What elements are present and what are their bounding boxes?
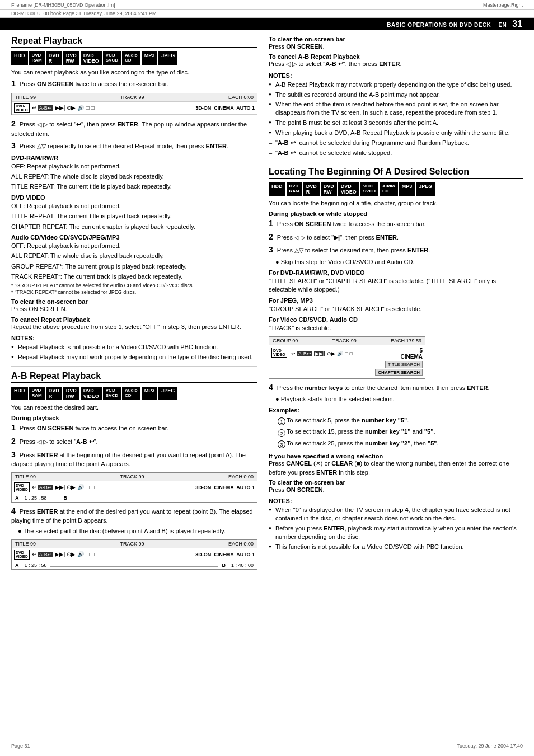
osd-icon-ab2-box2: □	[91, 551, 94, 557]
example-3-text: To select track 25, press the number key…	[287, 439, 439, 448]
locate-intro: You can locate the beginning of a title,…	[269, 199, 523, 208]
osd-icon-loc-ab: A-B↩	[297, 351, 312, 356]
osd-dvd-locate: DVD-VIDEO	[271, 348, 287, 358]
ab-step-num-4: 4	[11, 506, 16, 515]
example-3: 3 To select track 25, press the number k…	[278, 439, 523, 449]
locate-step-num-3: 3	[269, 245, 273, 254]
osd-locate-each: EACH 179:59	[391, 338, 421, 344]
repeat-step1: 1 Press ON SCREEN twice to access the on…	[11, 78, 257, 90]
osd-ab-track: TRACK 99	[120, 474, 144, 480]
page-footer: Page 31 Tuesday, 29 June 2004 17:40	[0, 741, 534, 750]
osd-locate-mid: DVD-VIDEO ↩ A-B↩ ▶▶| ⊙▶ 🔊 □ □	[269, 345, 425, 378]
ab-step3: 3 Press ENTER at the beginning of the de…	[11, 449, 257, 469]
clear-ab-text: Press ON SCREEN.	[269, 43, 325, 50]
osd-dvd-label-1: DVD-VIDEO	[14, 103, 30, 113]
cancel-repeat-label: To cancel Repeat Playback	[11, 316, 90, 323]
locate-step-text-1: Press ON SCREEN twice to access the on-s…	[277, 220, 426, 227]
circle-3: 3	[278, 440, 285, 448]
osd-track: TRACK 99	[120, 95, 144, 100]
notes-heading-repeat: NOTES:	[11, 335, 257, 341]
step-text-3: Press △▽ repeatedly to select the desire…	[20, 143, 228, 149]
dvd-video-off: OFF: Repeat playback is not performed.	[11, 202, 257, 210]
audio-cd-label: Audio CD/Video CD/SVCD/JPEG/MP3	[11, 234, 257, 241]
badge-dvdvideo-ab: DVDVIDEO	[81, 387, 102, 400]
dvd-video-title: TITLE REPEAT: The current title is playe…	[11, 212, 257, 220]
footer-right: Tuesday, 29 June 2004 17:40	[457, 743, 523, 749]
osd-icon-box2: □	[91, 105, 94, 111]
locate-step-text-3: Press △▽ to select the desired item, the…	[277, 247, 430, 253]
osd-icons-ab: ↩ A-B↩ ▶▶| ⊙▶ 🔊 □ □	[32, 484, 194, 490]
note-ab-4: The point B must be set at least 3 secon…	[269, 119, 523, 127]
repeat-step3: 3 Press △▽ repeatedly to select the desi…	[11, 140, 257, 152]
ab-step-num-2: 2	[11, 436, 16, 445]
locate-step4: 4 Press the number keys to enter the des…	[269, 382, 523, 393]
osd-dvd-ab2: DVD-VIDEO	[14, 550, 30, 560]
audio-cd-track: TRACK REPEAT*: The current track is play…	[11, 273, 257, 281]
osd-icon-ab2-play: ⊙▶	[67, 551, 76, 557]
osd-ab2-track: TRACK 99	[120, 541, 144, 547]
ab-step-text-1: Press ON SCREEN twice to access the on-s…	[20, 425, 168, 431]
locate-step-num-1: 1	[269, 219, 273, 228]
for-jpeg-label: For JPEG, MP3	[269, 297, 523, 304]
note-ab-6: "A-B ↩" cannot be selected during Progra…	[269, 139, 523, 147]
osd-chapter-search: CHAPTER SEARCH	[375, 369, 423, 376]
note-ab-5: When playing back a DVD, A-B Repeat Play…	[269, 129, 523, 137]
note-ab-3: When the end of the item is reached befo…	[269, 100, 523, 117]
ab-step-text-2: Press ◁ ▷ to select "A-B ↩".	[20, 438, 98, 445]
osd-time-b2: 1 : 40 : 00	[231, 562, 254, 568]
badge-dvdram-loc: DVDRAM	[287, 182, 302, 196]
osd-locate-top: GROUP 99 TRACK 99 EACH 179:59	[269, 337, 425, 345]
osd-ab-title: TITLE 99	[15, 474, 36, 480]
osd-icon-ab2-repeat: ↩	[32, 551, 36, 557]
locate-step-num-4: 4	[269, 383, 273, 392]
ab-step-num-1: 1	[11, 423, 16, 432]
repeat-playback-heading: Repeat Playback	[11, 36, 257, 48]
footnote1: * "GROUP REPEAT" cannot be selected for …	[11, 283, 257, 288]
step-num-3: 3	[11, 141, 16, 150]
ab-step-text-3: Press ENTER at the beginning of the desi…	[11, 452, 246, 468]
dvd-ram-off: OFF: Repeat playback is not performed.	[11, 162, 257, 171]
osd-icon-ab2-audio: 🔊	[77, 551, 84, 557]
osd-icon-loc-box2: □	[350, 351, 353, 356]
ab-intro: You can repeat the desired part.	[11, 403, 257, 412]
badge-vcdsvcd-ab: VCDSVCD	[103, 387, 121, 400]
note-locate-3: This function is not possible for a Vide…	[269, 543, 523, 551]
example-1: 1 To select track 5, press the number ke…	[278, 416, 523, 426]
notes-heading-locate: NOTES:	[269, 497, 523, 504]
osd-a-marker: A	[15, 495, 19, 501]
step-text-1: Press ON SCREEN twice to access the on-s…	[20, 81, 168, 87]
badge-vcdsvcd: VCDSVCD	[103, 51, 121, 65]
osd-b-marker-2: B	[222, 562, 226, 568]
step-num-1: 1	[11, 79, 16, 88]
device-badges-repeat: HDD DVDRAM DVDR DVDRW DVDVIDEO VCDSVCD A…	[11, 51, 257, 65]
clear-ab-label: To clear the on-screen bar	[269, 36, 345, 43]
osd-locate: GROUP 99 TRACK 99 EACH 179:59 DVD-VIDEO …	[269, 336, 425, 379]
cancel-repeat-item: To cancel Repeat Playback Repeat the abo…	[11, 316, 257, 331]
osd-right-ab: 3D-ON CINEMA AUTO 1	[195, 485, 255, 490]
badge-dvdram-ab: DVDRAM	[29, 387, 45, 400]
osd-icon-ab-repeat: ↩	[32, 484, 36, 490]
example-1-text: To select track 5, press the number key …	[287, 416, 409, 425]
dvd-ram-title: TITLE REPEAT: The current title is playe…	[11, 182, 257, 191]
step-num-2: 2	[11, 119, 16, 128]
badge-mp3: MP3	[142, 51, 158, 65]
page-header: Filename [DR-MH30EU_05DVD Operation.fm] …	[0, 0, 534, 10]
badge-hdd: HDD	[11, 51, 28, 65]
for-jpeg-text: "GROUP SEARCH" or "TRACK SEARCH" is sele…	[269, 305, 523, 313]
osd-right-ab2: 3D-ON CINEMA AUTO 1	[195, 552, 255, 557]
ab-step-num-3: 3	[11, 450, 16, 459]
note-ab-2: The subtitles recorded around the A-B po…	[269, 91, 523, 99]
audio-cd-all: ALL REPEAT: The whole disc is played bac…	[11, 252, 257, 260]
repeat-intro: You can repeat playback as you like acco…	[11, 68, 257, 77]
cancel-ab-item: To cancel A-B Repeat Playback Press ◁ ▷ …	[269, 53, 523, 68]
locate-step4-bullet: ● Playback starts from the selected sect…	[275, 395, 523, 403]
ab-step4-bullet: ● The selected part of the disc (between…	[18, 527, 257, 536]
top-bar: DR-MH30EU_00.book Page 31 Tuesday, June …	[0, 10, 534, 18]
note-repeat-2: Repeat Playback may not work properly de…	[11, 353, 257, 361]
osd-time-a2: 1 : 25 : 58	[25, 562, 47, 568]
cancel-ab-text: Press ◁ ▷ to select "A-B ↩", then press …	[269, 60, 402, 67]
osd-each: EACH 0:00	[228, 95, 254, 100]
osd-icon-audio: 🔊	[77, 105, 84, 111]
osd-icon-ab-ab: A-B↩	[38, 485, 53, 490]
osd-icon-skip: ▶▶|	[55, 105, 65, 111]
